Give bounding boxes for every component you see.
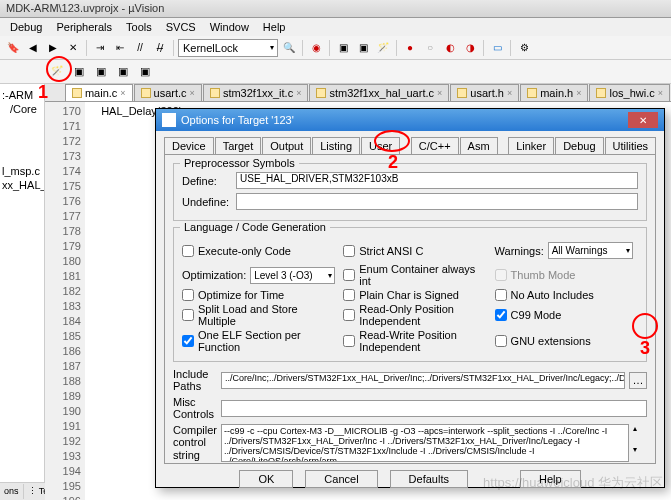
opt-time-check[interactable]: Optimize for Time [182, 289, 335, 301]
breakpoint-killall-icon[interactable]: ◑ [461, 39, 479, 57]
wand-icon[interactable]: 🪄 [374, 39, 392, 57]
misc-controls-input[interactable] [221, 400, 647, 417]
file-icon [457, 88, 467, 98]
tb2-icon-4[interactable]: ▣ [114, 63, 132, 81]
close-icon[interactable]: × [658, 88, 663, 98]
dialog-tab-listing[interactable]: Listing [312, 137, 360, 154]
bookmark-clear-icon[interactable]: ✕ [64, 39, 82, 57]
breakpoint-disable-icon[interactable]: ○ [421, 39, 439, 57]
file-tab[interactable]: usart.h× [450, 84, 519, 101]
close-icon[interactable]: × [507, 88, 512, 98]
outdent-icon[interactable]: ⇤ [111, 39, 129, 57]
strict-ansi-check[interactable]: Strict ANSI C [343, 240, 486, 261]
gnu-check[interactable]: GNU extensions [495, 329, 638, 353]
scroll-down-icon[interactable]: ▾ [633, 445, 647, 454]
tb2-icon-2[interactable]: ▣ [70, 63, 88, 81]
project-panel[interactable]: :-ARM /Core l_msp.c xx_HAL_Driver ons ⋮ … [0, 84, 45, 500]
ro-pi-check[interactable]: Read-Only Position Independent [343, 303, 486, 327]
dialog-title-bar[interactable]: Options for Target '123' ✕ [156, 109, 664, 131]
menu-svcs[interactable]: SVCS [160, 20, 202, 34]
tree-item[interactable]: xx_HAL_Driver [2, 178, 42, 192]
dialog-tab-utilities[interactable]: Utilities [605, 137, 656, 154]
dialog-tab-cc[interactable]: C/C++ [411, 137, 459, 154]
dialog-tab-asm[interactable]: Asm [460, 137, 498, 154]
close-icon[interactable]: × [120, 88, 125, 98]
defaults-button[interactable]: Defaults [390, 470, 468, 488]
menu-window[interactable]: Window [204, 20, 255, 34]
close-icon[interactable]: × [437, 88, 442, 98]
file-icon [596, 88, 606, 98]
tb2-icon-5[interactable]: ▣ [136, 63, 154, 81]
optimization-label: Optimization: [182, 269, 246, 281]
optimization-combo[interactable]: Level 3 (-O3) [250, 267, 335, 284]
tree-item[interactable]: /Core [2, 102, 42, 116]
one-elf-check[interactable]: One ELF Section per Function [182, 329, 335, 353]
split-load-check[interactable]: Split Load and Store Multiple [182, 303, 335, 327]
bookmark-prev-icon[interactable]: ◀ [24, 39, 42, 57]
bookmark-icon[interactable]: 🔖 [4, 39, 22, 57]
include-paths-input[interactable]: ../Core/Inc;../Drivers/STM32F1xx_HAL_Dri… [221, 372, 625, 389]
close-icon[interactable]: × [190, 88, 195, 98]
file-tab[interactable]: stm32f1xx_hal_uart.c× [309, 84, 449, 101]
dialog-tab-target[interactable]: Target [215, 137, 262, 154]
options-target-icon[interactable]: 🪄 [48, 63, 66, 81]
uncomment-icon[interactable]: //̶ [151, 39, 169, 57]
language-group: Language / Code Generation Execute-only … [173, 227, 647, 362]
config-icon[interactable]: ⚙ [515, 39, 533, 57]
menu-peripherals[interactable]: Peripherals [50, 20, 118, 34]
ok-button[interactable]: OK [239, 470, 293, 488]
menu-help[interactable]: Help [257, 20, 292, 34]
define-input[interactable]: USE_HAL_DRIVER,STM32F103xB [236, 172, 638, 189]
rw-pi-check[interactable]: Read-Write Position Independent [343, 329, 486, 353]
panel-tab[interactable]: ons [0, 484, 24, 499]
menu-tools[interactable]: Tools [120, 20, 158, 34]
exec-only-check[interactable]: Execute-only Code [182, 240, 335, 261]
indent-icon[interactable]: ⇥ [91, 39, 109, 57]
close-icon[interactable]: ✕ [628, 112, 658, 128]
find-combo[interactable]: KernelLock [178, 39, 278, 57]
dialog-tab-output[interactable]: Output [262, 137, 311, 154]
breakpoint-icon[interactable]: ● [401, 39, 419, 57]
include-label: Include Paths [173, 368, 217, 392]
dialog-tab-device[interactable]: Device [164, 137, 214, 154]
bookmark-next-icon[interactable]: ▶ [44, 39, 62, 57]
window-icon[interactable]: ▭ [488, 39, 506, 57]
tb2-icon-3[interactable]: ▣ [92, 63, 110, 81]
file-tab[interactable]: main.c× [65, 84, 133, 101]
enum-int-check[interactable]: Enum Container always int [343, 263, 486, 287]
dialog-tab-linker[interactable]: Linker [508, 137, 554, 154]
warnings-combo[interactable]: All Warnings [548, 242, 633, 259]
close-icon[interactable]: × [296, 88, 301, 98]
preprocessor-group: Preprocessor Symbols Define: USE_HAL_DRI… [173, 163, 647, 221]
plain-char-check[interactable]: Plain Char is Signed [343, 289, 486, 301]
panel-tab[interactable]: ⋮ Templates [24, 484, 45, 499]
close-icon[interactable]: × [576, 88, 581, 98]
tree-item[interactable]: l_msp.c [2, 164, 42, 178]
file-tab-bar: main.c×usart.c×stm32f1xx_it.c×stm32f1xx_… [45, 84, 671, 102]
comment-icon[interactable]: // [131, 39, 149, 57]
no-auto-check[interactable]: No Auto Includes [495, 289, 638, 301]
scroll-up-icon[interactable]: ▴ [633, 424, 647, 433]
line-gutter: 1701711721731741751761771781791801811821… [45, 102, 85, 500]
undefine-label: Undefine: [182, 196, 232, 208]
menu-debug[interactable]: Debug [4, 20, 48, 34]
file-tab[interactable]: los_hwi.c× [589, 84, 670, 101]
find-icon[interactable]: 🔍 [280, 39, 298, 57]
include-browse-button[interactable]: … [629, 372, 647, 389]
file-icon [210, 88, 220, 98]
file-tab[interactable]: main.h× [520, 84, 588, 101]
c99-check[interactable]: C99 Mode [495, 303, 638, 327]
file-tab[interactable]: stm32f1xx_it.c× [203, 84, 309, 101]
debug-icon[interactable]: ◉ [307, 39, 325, 57]
build-icon[interactable]: ▣ [334, 39, 352, 57]
undefine-input[interactable] [236, 193, 638, 210]
dialog-tab-debug[interactable]: Debug [555, 137, 603, 154]
thumb-check[interactable]: Thumb Mode [495, 263, 638, 287]
window-title: MDK-ARM\123.uvprojx - µVision [0, 0, 671, 18]
breakpoint-kill-icon[interactable]: ◐ [441, 39, 459, 57]
rebuild-icon[interactable]: ▣ [354, 39, 372, 57]
dialog-tabs: DeviceTargetOutputListingUserC/C++AsmLin… [156, 131, 664, 154]
file-tab[interactable]: usart.c× [134, 84, 202, 101]
tree-item[interactable]: :-ARM [2, 88, 42, 102]
cancel-button[interactable]: Cancel [305, 470, 377, 488]
